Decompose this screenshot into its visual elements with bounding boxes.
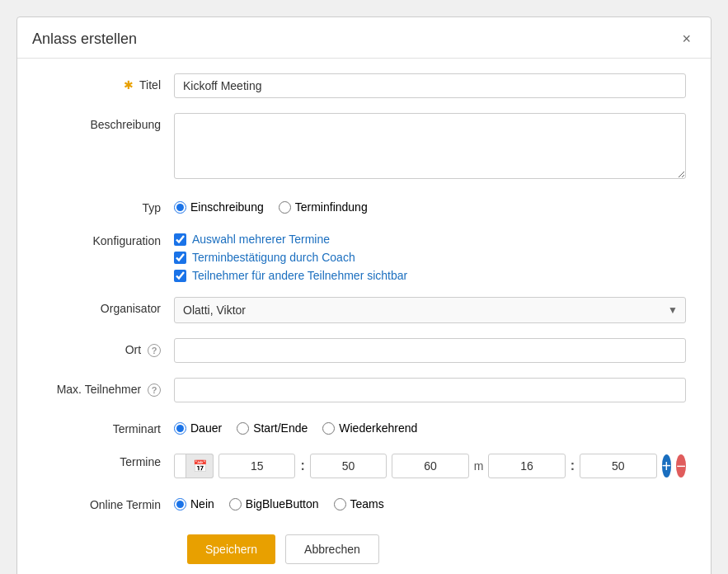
online-termin-radio-group: Nein BigBlueButton Teams bbox=[174, 493, 686, 510]
terminart-input-wrap: Dauer Start/Ende Wiederkehrend bbox=[174, 417, 686, 435]
max-teilnehmer-input[interactable] bbox=[174, 378, 686, 402]
terminart-wiederkehrend[interactable]: Wiederkehrend bbox=[322, 421, 417, 435]
online-termin-nein[interactable]: Nein bbox=[174, 497, 214, 510]
beschreibung-input[interactable] bbox=[174, 113, 686, 179]
max-teilnehmer-row: Max. Teilnehmer ? bbox=[42, 378, 686, 402]
konfiguration-row: Konfiguration Auswahl mehrerer Termine T… bbox=[42, 229, 686, 282]
cancel-button[interactable]: Abbrechen bbox=[285, 534, 379, 564]
ort-input[interactable] bbox=[174, 338, 686, 363]
beschreibung-input-wrap bbox=[174, 113, 686, 181]
online-termin-label: Online Termin bbox=[42, 493, 174, 511]
max-teilnehmer-help-icon: ? bbox=[148, 383, 161, 397]
terminart-label: Terminart bbox=[42, 417, 174, 435]
termine-input-wrap: 📅 : m : + − bbox=[174, 450, 686, 478]
calendar-icon[interactable]: 📅 bbox=[186, 454, 214, 478]
online-termin-input-wrap: Nein BigBlueButton Teams bbox=[174, 493, 686, 510]
terminart-row: Terminart Dauer Start/Ende Wiederkehrend bbox=[42, 417, 686, 435]
duration-input[interactable] bbox=[392, 454, 468, 478]
terminart-startende[interactable]: Start/Ende bbox=[237, 421, 308, 435]
organisator-select-wrap: Olatti, Viktor ▼ bbox=[174, 297, 686, 323]
titel-input-wrap bbox=[174, 73, 686, 98]
konfiguration-label: Konfiguration bbox=[42, 229, 174, 247]
konfiguration-checkbox-group: Auswahl mehrerer Termine Terminbestätigu… bbox=[174, 229, 686, 282]
beschreibung-label: Beschreibung bbox=[42, 113, 174, 131]
terminart-dauer[interactable]: Dauer bbox=[174, 421, 222, 435]
konfiguration-bestaetigung[interactable]: Terminbestätigung durch Coach bbox=[174, 251, 686, 264]
typ-terminfindung[interactable]: Terminfindung bbox=[279, 200, 368, 214]
organisator-select[interactable]: Olatti, Viktor bbox=[174, 297, 686, 323]
beschreibung-row: Beschreibung bbox=[42, 113, 686, 181]
modal: Anlass erstellen × ✱ Titel Beschreibung … bbox=[16, 16, 712, 574]
ort-help-icon: ? bbox=[148, 344, 161, 357]
organisator-label: Organisator bbox=[42, 297, 174, 315]
close-button[interactable]: × bbox=[677, 29, 696, 49]
action-row: Speichern Abbrechen bbox=[42, 526, 686, 564]
online-termin-row: Online Termin Nein BigBlueButton Teams bbox=[42, 493, 686, 511]
max-teilnehmer-label: Max. Teilnehmer ? bbox=[42, 378, 174, 397]
organisator-input-wrap: Olatti, Viktor ▼ bbox=[174, 297, 686, 323]
konfiguration-sichtbar[interactable]: Teilnehmer für andere Teilnehmer sichtba… bbox=[174, 269, 686, 282]
termine-row: Termine 📅 : m : + − bbox=[42, 450, 686, 478]
typ-einschreibung[interactable]: Einschreibung bbox=[174, 200, 264, 214]
add-termin-button[interactable]: + bbox=[662, 454, 672, 478]
typ-label: Typ bbox=[42, 196, 174, 214]
max-teilnehmer-input-wrap bbox=[174, 378, 686, 402]
titel-input[interactable] bbox=[174, 73, 686, 98]
colon-2: : bbox=[571, 459, 575, 473]
typ-input-wrap: Einschreibung Terminfindung bbox=[174, 196, 686, 214]
ort-label: Ort ? bbox=[42, 338, 174, 357]
ort-input-wrap bbox=[174, 338, 686, 363]
modal-header: Anlass erstellen × bbox=[17, 17, 711, 59]
titel-label: ✱ Titel bbox=[42, 73, 174, 92]
colon-1: : bbox=[300, 459, 304, 473]
typ-radio-group: Einschreibung Terminfindung bbox=[174, 196, 686, 214]
modal-title: Anlass erstellen bbox=[32, 31, 137, 48]
time-to-min-input[interactable] bbox=[580, 454, 656, 478]
unit-label: m bbox=[474, 459, 484, 473]
online-termin-bigbluebutton[interactable]: BigBlueButton bbox=[229, 497, 319, 510]
typ-row: Typ Einschreibung Terminfindung bbox=[42, 196, 686, 214]
ort-row: Ort ? bbox=[42, 338, 686, 363]
termine-inputs-group: 📅 : m : + − bbox=[174, 450, 686, 478]
online-termin-teams[interactable]: Teams bbox=[334, 497, 384, 510]
time-from-hour-input[interactable] bbox=[218, 454, 295, 478]
modal-body: ✱ Titel Beschreibung Typ Einschreibung bbox=[17, 59, 711, 574]
organisator-row: Organisator Olatti, Viktor ▼ bbox=[42, 297, 686, 323]
save-button[interactable]: Speichern bbox=[187, 534, 275, 564]
terminart-radio-group: Dauer Start/Ende Wiederkehrend bbox=[174, 417, 686, 435]
date-wrap: 📅 bbox=[174, 454, 214, 478]
remove-termin-button[interactable]: − bbox=[676, 454, 686, 478]
required-star: ✱ bbox=[124, 78, 134, 92]
termine-label: Termine bbox=[42, 450, 174, 468]
konfiguration-mehrere[interactable]: Auswahl mehrerer Termine bbox=[174, 233, 686, 246]
titel-row: ✱ Titel bbox=[42, 73, 686, 98]
time-from-min-input[interactable] bbox=[310, 454, 387, 478]
time-to-hour-input[interactable] bbox=[488, 454, 565, 478]
konfiguration-input-wrap: Auswahl mehrerer Termine Terminbestätigu… bbox=[174, 229, 686, 282]
